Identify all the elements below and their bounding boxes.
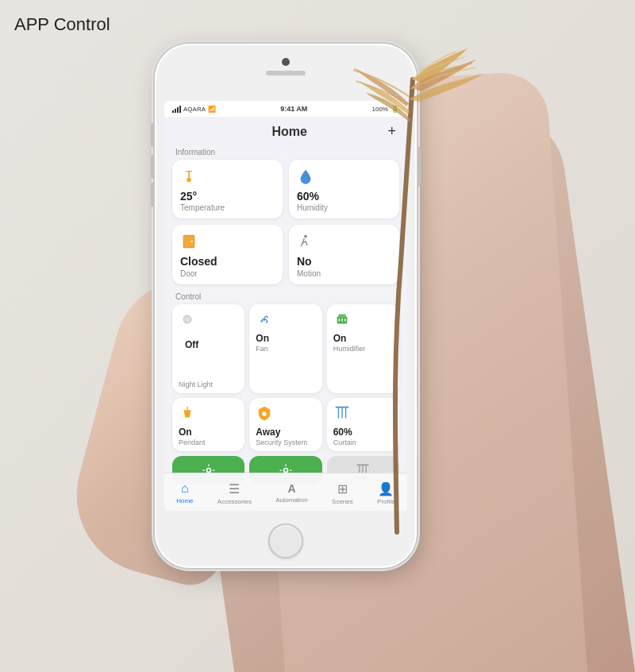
pendant-icon — [179, 404, 196, 424]
time-display: 9:41 AM — [280, 105, 307, 113]
phone-screen: AQARA 📶 9:41 AM 100% 🔋 Home + Informatio… — [164, 101, 407, 511]
humidifier-label: Humidifier — [333, 345, 366, 353]
motion-value: No — [297, 256, 312, 268]
accessories-nav-icon: ☰ — [229, 481, 240, 496]
humidifier-icon — [333, 311, 351, 330]
fan-icon — [256, 311, 273, 330]
accessories-nav-label: Accessories — [217, 498, 252, 505]
humidity-tile[interactable]: 60% Humidity — [289, 160, 399, 218]
curtain-label: Curtain — [333, 438, 356, 446]
control-section-label: Control — [164, 291, 407, 304]
app-header: Home + — [164, 117, 407, 146]
pendant-tile[interactable]: On Pendant — [172, 398, 244, 451]
svg-point-8 — [263, 318, 266, 321]
svg-point-21 — [207, 469, 210, 471]
nav-automation[interactable]: A Automation — [275, 482, 307, 504]
humidity-value: 60% — [297, 191, 319, 203]
motion-tile[interactable]: No Motion — [289, 225, 399, 284]
fan-value: On — [256, 334, 269, 344]
fan-label: Fan — [256, 345, 268, 353]
nav-accessories[interactable]: ☰ Accessories — [217, 481, 252, 505]
information-section-label: Information — [164, 146, 407, 160]
temperature-value: 25° — [180, 191, 197, 203]
temperature-label: Temperature — [180, 203, 225, 212]
svg-rect-10 — [338, 314, 345, 318]
nightlight-tile[interactable]: Off Night Light — [172, 304, 244, 393]
home-nav-label: Home — [176, 497, 193, 504]
battery-icon: 🔋 — [391, 105, 399, 113]
humidifier-tile[interactable]: On Humidifier — [327, 304, 399, 393]
svg-point-7 — [184, 316, 190, 322]
svg-rect-32 — [357, 464, 369, 465]
home-nav-icon: ⌂ — [181, 481, 189, 496]
humidity-icon — [297, 168, 314, 187]
home-button[interactable] — [268, 523, 303, 558]
profile-nav-label: Profile — [377, 498, 395, 505]
scenes-nav-icon: ⊞ — [337, 481, 348, 496]
signal-icon — [172, 106, 181, 113]
carrier-label: AQARA — [183, 106, 206, 113]
profile-nav-icon: 👤 — [378, 481, 394, 496]
automation-nav-label: Automation — [275, 496, 307, 504]
door-tile[interactable]: Closed Door — [172, 225, 283, 284]
nav-profile[interactable]: 👤 Profile — [377, 481, 395, 505]
door-icon — [180, 233, 198, 253]
security-label: Security System — [256, 438, 307, 446]
control-tiles-grid: Off Night Light On Fan On — [164, 304, 407, 456]
phone-shell: AQARA 📶 9:41 AM 100% 🔋 Home + Informatio… — [155, 44, 417, 568]
app-content: Home + Information 25° Temperature — [164, 117, 407, 511]
wifi-icon: 📶 — [208, 106, 216, 113]
status-left: AQARA 📶 — [172, 106, 216, 113]
motion-label: Motion — [297, 269, 321, 278]
info-tiles-grid: 25° Temperature 60% Humidity Closed — [164, 160, 407, 291]
pendant-value: On — [179, 427, 192, 438]
nightlight-icon — [179, 311, 196, 330]
nightlight-value: Off — [179, 334, 205, 380]
scenes-nav-label: Scenes — [332, 498, 353, 505]
motion-icon — [297, 233, 314, 253]
humidifier-value: On — [333, 334, 347, 344]
phone-speaker — [266, 71, 306, 75]
svg-point-5 — [304, 235, 307, 238]
door-value: Closed — [180, 256, 217, 268]
app-header-title: Home — [272, 125, 307, 139]
nav-home[interactable]: ⌂ Home — [176, 481, 193, 504]
security-icon — [256, 404, 273, 424]
curtain-tile[interactable]: 60% Curtain — [327, 398, 399, 451]
bottom-nav: ⌂ Home ☰ Accessories A Automation ⊞ Scen… — [164, 473, 407, 511]
security-tile[interactable]: Away Security System — [249, 398, 321, 451]
temperature-tile[interactable]: 25° Temperature — [172, 160, 283, 218]
fan-tile[interactable]: On Fan — [249, 304, 321, 393]
svg-point-4 — [191, 241, 193, 242]
phone-camera — [282, 58, 290, 66]
status-bar: AQARA 📶 9:41 AM 100% 🔋 — [164, 101, 407, 117]
automation-nav-icon: A — [287, 482, 295, 495]
humidity-label: Humidity — [297, 203, 328, 212]
svg-rect-16 — [335, 407, 348, 408]
nightlight-label: Night Light — [179, 380, 213, 388]
app-control-label: APP Control — [14, 14, 110, 35]
svg-point-27 — [284, 469, 287, 471]
battery-label: 100% — [372, 106, 388, 113]
nav-scenes[interactable]: ⊞ Scenes — [332, 481, 353, 505]
door-label: Door — [180, 269, 198, 278]
svg-rect-1 — [188, 172, 190, 179]
curtain-value: 60% — [333, 427, 352, 438]
pendant-label: Pendant — [179, 438, 206, 446]
svg-point-15 — [263, 411, 267, 416]
security-value: Away — [256, 427, 280, 438]
add-button[interactable]: + — [387, 123, 396, 140]
temperature-icon — [180, 168, 198, 187]
curtain-icon — [333, 404, 351, 424]
status-right: 100% 🔋 — [372, 105, 399, 113]
